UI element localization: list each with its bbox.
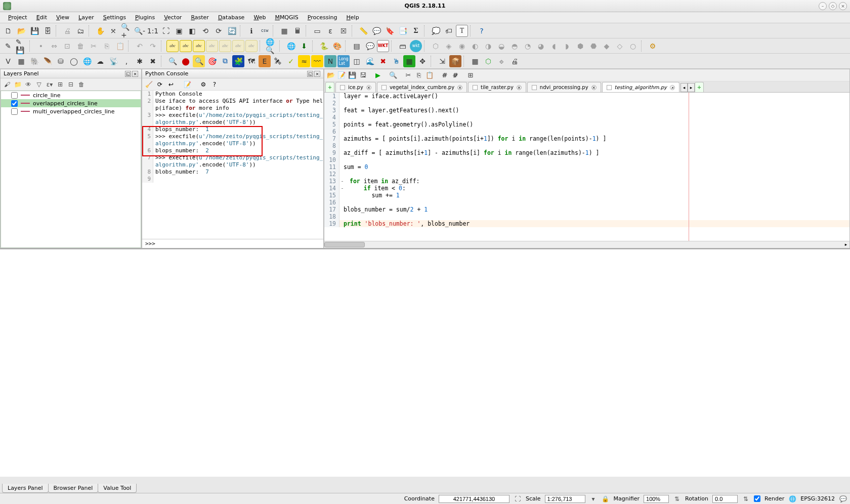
crs-icon[interactable]: 🌐 <box>788 495 796 503</box>
style-icon[interactable]: 🖌 <box>3 80 12 89</box>
plugin-b21[interactable]: ⇲ <box>436 55 448 67</box>
expand-all-icon[interactable]: ⊞ <box>56 80 65 89</box>
tab-close-icon[interactable]: × <box>366 85 371 90</box>
menu-raster[interactable]: Raster <box>187 13 212 22</box>
save-as-file-button[interactable]: 🖫 <box>358 71 367 80</box>
plugin-b8[interactable]: E <box>259 55 271 67</box>
digitize-6[interactable]: ◒ <box>495 40 507 52</box>
text-annotation-button[interactable]: 💭 <box>430 25 442 37</box>
menu-database[interactable]: Database <box>214 13 249 22</box>
digitize-16[interactable]: ○ <box>627 40 639 52</box>
plugin-b3[interactable]: 🔍 <box>193 55 205 67</box>
ogr-button[interactable]: ▤ <box>351 40 363 52</box>
print-button[interactable]: 🖨 <box>508 55 521 67</box>
copy-features-button[interactable]: ⎘ <box>101 40 113 52</box>
tab-close-icon[interactable]: × <box>517 85 522 90</box>
layer-checkbox[interactable] <box>11 108 18 115</box>
label-tool-3[interactable]: abc <box>206 40 218 52</box>
label-tool-2[interactable]: abc <box>193 40 205 52</box>
remove-layer-button[interactable]: ✖ <box>147 55 159 67</box>
new-shapefile-button[interactable]: ✱ <box>134 55 146 67</box>
label-tool-1[interactable]: abc <box>180 40 192 52</box>
bottom-tab[interactable]: Browser Panel <box>48 484 99 493</box>
editor-tab[interactable]: testing_algorithm.py× <box>602 82 679 92</box>
menu-plugins[interactable]: Plugins <box>131 13 159 22</box>
editor-code-area[interactable]: 1layer = iface.activeLayer()23feat = lay… <box>324 93 849 241</box>
plugin-b5[interactable]: ⧉ <box>219 55 231 67</box>
layer-row[interactable]: circle_line <box>1 91 141 99</box>
cut-button[interactable]: ✂ <box>404 71 413 80</box>
rotation-input[interactable] <box>712 495 738 503</box>
measure-button[interactable]: 📏 <box>357 25 369 37</box>
processing-button[interactable]: ⚙ <box>647 40 659 52</box>
add-mssql-button[interactable]: ⛁ <box>55 55 67 67</box>
console-output[interactable]: 1Python Console2Use iface to access QGIS… <box>142 91 323 239</box>
menu-edit[interactable]: Edit <box>32 13 51 22</box>
wkt-button[interactable]: WKT <box>377 40 389 52</box>
undo-button[interactable]: ↶ <box>134 40 146 52</box>
bottom-tab[interactable]: Layers Panel <box>2 484 49 493</box>
label-tool-5[interactable]: abc <box>232 40 244 52</box>
scroll-thumb[interactable] <box>324 242 365 247</box>
plugin-b16[interactable]: 🌊 <box>364 55 376 67</box>
pan-to-selection-button[interactable]: ⤧ <box>107 25 119 37</box>
toggle-editing-button[interactable]: ✎ <box>2 40 14 52</box>
add-wcs-button[interactable]: ☁ <box>94 55 106 67</box>
osm-download-button[interactable]: 🌐 <box>285 40 297 52</box>
add-oracle-button[interactable]: ◯ <box>68 55 80 67</box>
menu-web[interactable]: Web <box>249 13 270 22</box>
new-project-button[interactable]: 🗋 <box>2 25 14 37</box>
layers-undock-button[interactable]: ◱ <box>125 71 131 77</box>
zoom-to-selection-button[interactable]: ▣ <box>173 25 185 37</box>
plugin-b4[interactable]: 🎯 <box>206 55 218 67</box>
editor-tab[interactable]: vegetal_index_cumbre.py× <box>377 82 467 92</box>
editor-tab[interactable]: ice.py× <box>335 82 376 92</box>
magnifier-spinner-icon[interactable]: ⇅ <box>673 495 681 503</box>
menu-settings[interactable]: Settings <box>99 13 130 22</box>
menu-view[interactable]: View <box>52 13 73 22</box>
digitize-2[interactable]: ◈ <box>443 40 455 52</box>
layer-row[interactable]: multi_overlapped_circles_line <box>1 107 141 115</box>
style-manager-button[interactable]: 🎨 <box>331 40 343 52</box>
plugin-b18[interactable]: 🖱 <box>390 55 402 67</box>
open-file-button[interactable]: 📂 <box>326 71 335 80</box>
extents-icon[interactable]: ⛶ <box>514 495 522 503</box>
render-checkbox[interactable] <box>754 495 760 502</box>
digitize-1[interactable]: ⬡ <box>430 40 442 52</box>
tab-close-icon[interactable]: × <box>457 85 462 90</box>
paste-features-button[interactable]: 📋 <box>114 40 126 52</box>
osm-import-button[interactable]: ⬇ <box>298 40 310 52</box>
add-raster-button[interactable]: ▦ <box>15 55 27 67</box>
digitize-5[interactable]: ◑ <box>482 40 494 52</box>
menu-project[interactable]: Project <box>4 13 31 22</box>
tab-scroll-right[interactable]: ▸ <box>688 83 695 92</box>
show-editor-button[interactable]: 📝 <box>183 80 192 89</box>
menu-mmqgis[interactable]: MMQGIS <box>271 13 302 22</box>
console-undock-button[interactable]: ◱ <box>307 71 313 77</box>
field-calculator-button[interactable]: 🖩 <box>291 25 304 37</box>
plugin-b14[interactable]: LongLat <box>337 55 350 67</box>
node-tool-button[interactable]: ⊡ <box>61 40 73 52</box>
plugin-b13[interactable]: N <box>324 55 336 67</box>
open-project-button[interactable]: 📂 <box>15 25 27 37</box>
find-button[interactable]: 🔍 <box>389 71 398 80</box>
plugin-b17[interactable]: ✖ <box>377 55 389 67</box>
digitize-3[interactable]: ◉ <box>456 40 468 52</box>
plugin-b1[interactable]: 🔍 <box>166 55 179 67</box>
digitize-11[interactable]: ◗ <box>561 40 573 52</box>
coordinate-input[interactable] <box>439 495 509 503</box>
action-button[interactable]: 💬 <box>364 40 376 52</box>
minimize-button[interactable]: – <box>819 2 827 10</box>
zoom-last-button[interactable]: ⟲ <box>199 25 211 37</box>
console-input[interactable]: >>> <box>142 239 323 248</box>
tab-close-icon[interactable]: × <box>591 85 597 90</box>
plugin-b25[interactable]: ⟐ <box>495 55 507 67</box>
digitize-10[interactable]: ◖ <box>548 40 560 52</box>
tab-scroll-left[interactable]: ◂ <box>681 83 688 92</box>
close-button[interactable]: × <box>839 2 847 10</box>
refresh-button[interactable]: 🔄 <box>226 25 238 37</box>
expr-filter-icon[interactable]: ε▾ <box>45 80 54 89</box>
plugin-b9[interactable]: 🛰 <box>272 55 284 67</box>
plugin-b19[interactable]: ▦ <box>403 55 415 67</box>
zoom-full-button[interactable]: ⛶ <box>160 25 172 37</box>
